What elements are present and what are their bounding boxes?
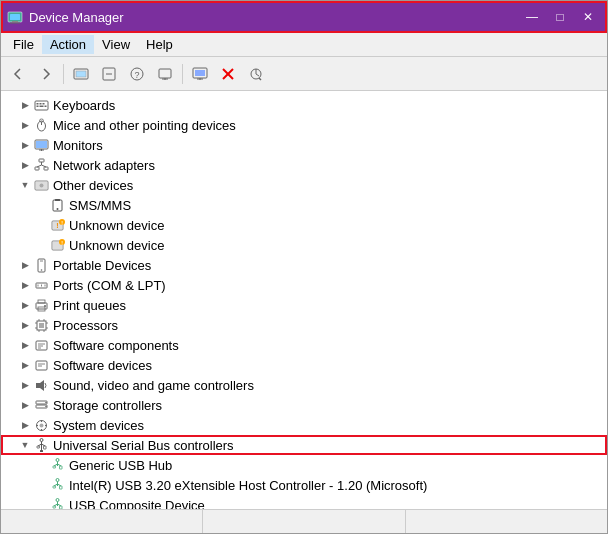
minimize-button[interactable]: — bbox=[519, 6, 545, 28]
tree-item-storage[interactable]: ▶ Storage controllers bbox=[1, 395, 607, 415]
tree-item-system[interactable]: ▶ System devices bbox=[1, 415, 607, 435]
tree-item-sms[interactable]: SMS/MMS bbox=[1, 195, 607, 215]
toolbar: ? bbox=[1, 57, 607, 91]
tree-item-sound[interactable]: ▶ Sound, video and game controllers bbox=[1, 375, 607, 395]
expand-mice[interactable]: ▶ bbox=[17, 117, 33, 133]
toolbar-btn2[interactable] bbox=[96, 61, 122, 87]
tree-item-software-dev[interactable]: ▶ Software devices bbox=[1, 355, 607, 375]
status-pane3 bbox=[406, 510, 607, 533]
toolbar-monitor[interactable] bbox=[187, 61, 213, 87]
toolbar-uninstall[interactable] bbox=[215, 61, 241, 87]
maximize-button[interactable]: □ bbox=[547, 6, 573, 28]
svg-rect-26 bbox=[44, 105, 46, 107]
svg-rect-44 bbox=[55, 199, 60, 201]
expand-usb[interactable]: ▼ bbox=[17, 437, 33, 453]
menu-help[interactable]: Help bbox=[138, 35, 181, 54]
title-bar-controls: — □ ✕ bbox=[519, 6, 601, 28]
tree-item-network[interactable]: ▶ Network adapters bbox=[1, 155, 607, 175]
menu-action[interactable]: Action bbox=[42, 35, 94, 54]
expand-processors[interactable]: ▶ bbox=[17, 317, 33, 333]
svg-rect-5 bbox=[76, 71, 86, 77]
icon-portable bbox=[33, 257, 49, 273]
expand-keyboards[interactable]: ▶ bbox=[17, 97, 33, 113]
icon-network bbox=[33, 157, 49, 173]
icon-generic-hub bbox=[49, 457, 65, 473]
tree-item-print[interactable]: ▶ Print queues bbox=[1, 295, 607, 315]
expand-monitors[interactable]: ▶ bbox=[17, 137, 33, 153]
svg-point-94 bbox=[40, 438, 43, 441]
svg-point-89 bbox=[39, 423, 43, 427]
svg-text:!: ! bbox=[56, 222, 58, 229]
tree-item-mice[interactable]: ▶ Mice and other pointing devices bbox=[1, 115, 607, 135]
svg-rect-1 bbox=[10, 14, 20, 20]
svg-rect-106 bbox=[53, 466, 56, 468]
icon-print bbox=[33, 297, 49, 313]
svg-rect-21 bbox=[36, 103, 38, 105]
icon-ports bbox=[33, 277, 49, 293]
icon-sound bbox=[33, 377, 49, 393]
label-storage: Storage controllers bbox=[53, 398, 162, 413]
expand-software-dev[interactable]: ▶ bbox=[17, 357, 33, 373]
device-tree[interactable]: ▶ Keyboards ▶ bbox=[1, 91, 607, 509]
icon-other bbox=[33, 177, 49, 193]
tree-item-processors[interactable]: ▶ Processors bbox=[1, 315, 607, 335]
menu-file[interactable]: File bbox=[5, 35, 42, 54]
svg-rect-23 bbox=[42, 103, 44, 105]
label-print: Print queues bbox=[53, 298, 126, 313]
close-button[interactable]: ✕ bbox=[575, 6, 601, 28]
tree-item-monitors[interactable]: ▶ Monitors bbox=[1, 135, 607, 155]
tree-item-unknown1[interactable]: ! ! Unknown device bbox=[1, 215, 607, 235]
window-title: Device Manager bbox=[29, 10, 124, 25]
tree-item-keyboards[interactable]: ▶ Keyboards bbox=[1, 95, 607, 115]
tree-item-ports[interactable]: ▶ Ports (COM & LPT) bbox=[1, 275, 607, 295]
label-unknown2: Unknown device bbox=[69, 238, 164, 253]
label-usb: Universal Serial Bus controllers bbox=[53, 438, 234, 453]
label-mice: Mice and other pointing devices bbox=[53, 118, 236, 133]
tree-item-generic-hub[interactable]: Generic USB Hub bbox=[1, 455, 607, 475]
toolbar-forward[interactable] bbox=[33, 61, 59, 87]
toolbar-scan[interactable] bbox=[243, 61, 269, 87]
icon-unknown2: ! bbox=[49, 237, 65, 253]
toolbar-sep1 bbox=[63, 64, 64, 84]
status-pane2 bbox=[203, 510, 405, 533]
toolbar-help[interactable]: ? bbox=[124, 61, 150, 87]
tree-item-software-comp[interactable]: ▶ Software components bbox=[1, 335, 607, 355]
toolbar-btn3[interactable] bbox=[152, 61, 178, 87]
expand-network[interactable]: ▶ bbox=[17, 157, 33, 173]
icon-mice bbox=[33, 117, 49, 133]
svg-point-42 bbox=[39, 183, 43, 187]
svg-point-86 bbox=[45, 401, 47, 403]
expand-print[interactable]: ▶ bbox=[17, 297, 33, 313]
toolbar-btn1[interactable] bbox=[68, 61, 94, 87]
device-manager-window: Device Manager — □ ✕ File Action View He… bbox=[0, 0, 608, 534]
tree-item-intel-usb[interactable]: Intel(R) USB 3.20 eXtensible Host Contro… bbox=[1, 475, 607, 495]
label-unknown1: Unknown device bbox=[69, 218, 164, 233]
expand-storage[interactable]: ▶ bbox=[17, 397, 33, 413]
menu-view[interactable]: View bbox=[94, 35, 138, 54]
expand-system[interactable]: ▶ bbox=[17, 417, 33, 433]
label-generic-hub: Generic USB Hub bbox=[69, 458, 172, 473]
window-icon bbox=[7, 9, 23, 25]
expand-ports[interactable]: ▶ bbox=[17, 277, 33, 293]
tree-item-usb-composite[interactable]: USB Composite Device bbox=[1, 495, 607, 509]
expand-sound[interactable]: ▶ bbox=[17, 377, 33, 393]
svg-text:?: ? bbox=[134, 70, 139, 80]
icon-usb bbox=[33, 437, 49, 453]
toolbar-back[interactable] bbox=[5, 61, 31, 87]
expand-portable[interactable]: ▶ bbox=[17, 257, 33, 273]
svg-line-39 bbox=[41, 165, 46, 167]
svg-rect-35 bbox=[35, 167, 39, 170]
tree-item-portable[interactable]: ▶ Portable Devices bbox=[1, 255, 607, 275]
expand-other[interactable]: ▼ bbox=[17, 177, 33, 193]
icon-software-comp bbox=[33, 337, 49, 353]
tree-item-unknown2[interactable]: ! Unknown device bbox=[1, 235, 607, 255]
svg-rect-36 bbox=[44, 167, 48, 170]
tree-item-other[interactable]: ▼ Other devices bbox=[1, 175, 607, 195]
svg-line-38 bbox=[37, 165, 42, 167]
label-software-comp: Software components bbox=[53, 338, 179, 353]
tree-item-usb[interactable]: ▼ Universal Serial Bus controllers bbox=[1, 435, 607, 455]
expand-software-comp[interactable]: ▶ bbox=[17, 337, 33, 353]
svg-rect-14 bbox=[195, 70, 205, 76]
icon-software-dev bbox=[33, 357, 49, 373]
title-bar: Device Manager — □ ✕ bbox=[1, 1, 607, 33]
